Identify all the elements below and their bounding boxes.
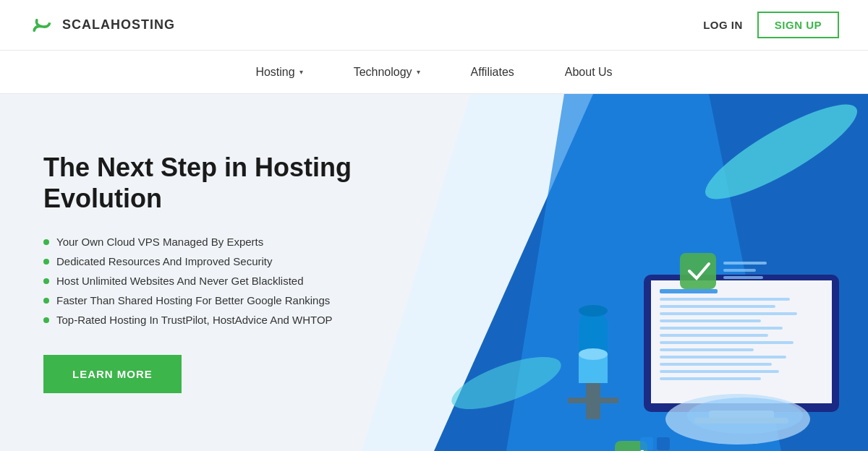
svg-rect-41	[657, 437, 670, 450]
hero-bullet-list: Your Own Cloud VPS Managed By Experts De…	[43, 236, 391, 326]
svg-rect-19	[660, 377, 761, 380]
nav-item-technology[interactable]: Technology ▾	[350, 66, 424, 79]
nav-label-affiliates: Affiliates	[471, 66, 514, 79]
svg-rect-13	[660, 334, 768, 337]
bullet-text-2: Dedicated Resources And Improved Securit…	[56, 255, 272, 267]
nav-item-about[interactable]: About Us	[561, 66, 616, 79]
logo-text: SCALAHOSTING	[62, 17, 175, 33]
nav-item-affiliates[interactable]: Affiliates	[467, 66, 518, 79]
svg-rect-44	[723, 262, 767, 265]
bullet-icon	[43, 298, 49, 304]
nav-label-about: About Us	[565, 66, 613, 79]
header: SCALAHOSTING LOG IN SIGN UP	[0, 0, 868, 51]
hero-section: The Next Step in Hosting Evolution Your …	[0, 94, 868, 451]
bullet-icon	[43, 278, 49, 284]
svg-rect-11	[660, 319, 761, 322]
svg-rect-16	[660, 356, 786, 358]
learn-more-button[interactable]: LEARN MORE	[43, 355, 182, 393]
logo[interactable]: SCALAHOSTING	[29, 12, 175, 38]
svg-rect-9	[660, 305, 775, 308]
list-item: Faster Than Shared Hosting For Better Go…	[43, 294, 391, 306]
svg-point-25	[579, 348, 608, 360]
svg-point-23	[579, 305, 608, 317]
svg-rect-7	[660, 289, 718, 293]
hero-content: The Next Step in Hosting Evolution Your …	[0, 108, 434, 437]
nav-label-hosting: Hosting	[255, 66, 294, 79]
bullet-icon	[43, 259, 49, 265]
svg-rect-27	[568, 398, 618, 403]
hero-illustration	[362, 94, 868, 451]
svg-rect-15	[660, 348, 754, 351]
svg-rect-10	[660, 312, 797, 315]
bullet-icon	[43, 239, 49, 245]
svg-rect-17	[660, 363, 772, 366]
svg-rect-40	[640, 437, 653, 450]
list-item: Dedicated Resources And Improved Securit…	[43, 255, 391, 267]
bullet-text-4: Faster Than Shared Hosting For Better Go…	[56, 294, 330, 306]
svg-rect-45	[723, 269, 756, 272]
svg-rect-8	[660, 298, 790, 301]
nav-label-technology: Technology	[354, 66, 412, 79]
hero-title: The Next Step in Hosting Evolution	[43, 152, 391, 214]
header-actions: LOG IN SIGN UP	[703, 12, 839, 38]
svg-point-21	[687, 398, 803, 434]
list-item: Host Unlimited Websites And Never Get Bl…	[43, 275, 391, 287]
chevron-down-icon: ▾	[299, 68, 303, 76]
nav-item-hosting[interactable]: Hosting ▾	[252, 66, 306, 79]
list-item: Top-Rated Hosting In TrustPilot, HostAdv…	[43, 314, 391, 326]
bullet-icon	[43, 317, 49, 323]
chevron-down-icon: ▾	[417, 68, 420, 76]
svg-rect-14	[660, 341, 793, 344]
navbar: Hosting ▾ Technology ▾ Affiliates About …	[0, 51, 868, 94]
svg-rect-38	[680, 253, 716, 289]
svg-rect-12	[660, 327, 783, 330]
svg-rect-46	[723, 276, 763, 279]
signup-button[interactable]: SIGN UP	[757, 12, 839, 38]
scala-logo-icon	[29, 12, 55, 38]
login-button[interactable]: LOG IN	[703, 19, 743, 31]
svg-rect-18	[660, 370, 779, 373]
bullet-text-1: Your Own Cloud VPS Managed By Experts	[56, 236, 263, 248]
list-item: Your Own Cloud VPS Managed By Experts	[43, 236, 391, 248]
bullet-text-3: Host Unlimited Websites And Never Get Bl…	[56, 275, 304, 287]
bullet-text-5: Top-Rated Hosting In TrustPilot, HostAdv…	[56, 314, 333, 326]
